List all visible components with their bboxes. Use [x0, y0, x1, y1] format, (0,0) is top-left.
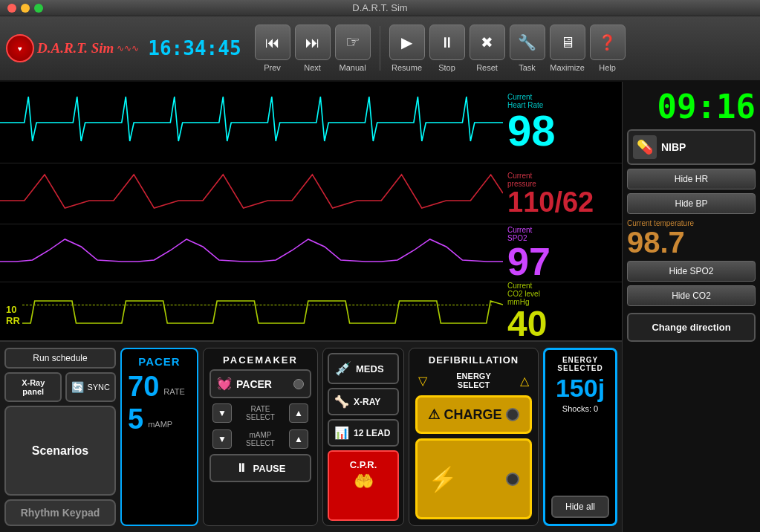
pacer-title: PACER [138, 355, 180, 368]
hr-value: 98 [507, 109, 617, 152]
manual-button[interactable]: ☞ Manual [335, 25, 371, 72]
rate-up-btn[interactable]: ▲ [289, 403, 308, 423]
logo-area: ♥ D.A.R.T. Sim ∿∿∿ [6, 34, 139, 62]
shocks-label: Shocks: 0 [562, 404, 598, 413]
bp-panel: Currentpressure 110/62 [0, 163, 622, 224]
help-button[interactable]: ❓ Help [590, 25, 626, 72]
pacer-panel: PACER 70 RATE 5 mAMP [120, 348, 198, 526]
lead-12-btn[interactable]: 📊 12 LEAD [328, 419, 399, 447]
task-button[interactable]: 🔧 Task [510, 25, 545, 72]
co2-panel: 10 RR CurrentCO2 levelmmHg 40 [0, 282, 622, 340]
rate-down-btn[interactable]: ▼ [212, 403, 232, 423]
mamp-up-btn[interactable]: ▲ [289, 429, 308, 449]
cpr-icon: 🤲 [354, 472, 374, 491]
energy-select-icon: ▽ [418, 374, 427, 388]
charge-btn[interactable]: ⚠ CHARGE [415, 395, 532, 434]
pause-icon: ⏸ [236, 461, 247, 475]
meds-icon: 💉 [335, 360, 351, 377]
pacemaker-title: PACEMAKER [210, 354, 311, 366]
bottom-controls: Run schedule X-Ray panel 🔄 SYNC Scenario… [0, 340, 622, 532]
time-display: 16:34:45 [148, 37, 241, 59]
hide-co2-btn[interactable]: Hide CO2 [627, 285, 756, 306]
ecg-panel: CurrentHeart Rate 98 [0, 82, 622, 163]
window-controls [7, 4, 43, 13]
left-buttons-panel: Run schedule X-Ray panel 🔄 SYNC Scenario… [4, 348, 116, 526]
hide-hr-btn[interactable]: Hide HR [627, 169, 756, 189]
run-schedule-button[interactable]: Run schedule [4, 348, 116, 369]
sync-button[interactable]: 🔄 SYNC [65, 372, 116, 402]
pacer-btn[interactable]: 💓 PACER [210, 369, 311, 398]
rate-select-label: RATESELECT [246, 405, 275, 421]
resume-button[interactable]: ▶ Resume [389, 25, 425, 72]
logo-icon: ♥ [6, 34, 34, 62]
hide-all-btn[interactable]: Hide all [551, 496, 609, 518]
pause-btn[interactable]: ⏸ PAUSE [210, 454, 311, 482]
pacer-rate-label: RATE [163, 387, 185, 396]
maximize-toolbar-button[interactable]: 🖥 Maximize [550, 25, 585, 72]
xray-btn[interactable]: 🦴 X-RAY [328, 388, 399, 415]
close-btn[interactable] [7, 4, 16, 13]
xray-icon: 🦴 [334, 395, 349, 409]
next-button[interactable]: ⏭ Next [295, 25, 331, 72]
energy-select-label: ENERGYSELECT [456, 372, 490, 389]
rate-select-row: ▼ RATESELECT ▲ [210, 402, 311, 424]
pacemaker-panel: PACEMAKER 💓 PACER ▼ RATESELECT ▲ ▼ mAMPS… [203, 348, 318, 526]
pacer-rate-value: 70 [128, 372, 159, 400]
spo2-value: 97 [507, 242, 617, 281]
minimize-btn[interactable] [21, 4, 30, 13]
cpr-btn[interactable]: C.P.R. 🤲 [328, 450, 399, 521]
hide-spo2-btn[interactable]: Hide SPO2 [627, 261, 756, 282]
charge-indicator [506, 408, 519, 421]
rr-value: 10 [6, 304, 20, 316]
logo-text: D.A.R.T. Sim [37, 40, 114, 56]
pacer-icon: 💓 [217, 377, 232, 391]
bp-value: 110/62 [507, 188, 617, 216]
mamp-select-row: ▼ mAMPSELECT ▲ [210, 428, 311, 450]
pacer-mamp-label: mAMP [148, 420, 172, 429]
co2-value: 40 [507, 306, 617, 342]
mamp-select-label: mAMPSELECT [246, 431, 275, 447]
stop-button[interactable]: ⏸ Stop [429, 25, 465, 72]
nibp-icon: 💊 [633, 135, 657, 159]
prev-button[interactable]: ⏮ Prev [255, 25, 290, 72]
lead-icon: 📊 [334, 426, 349, 440]
energy-select-icon2: △ [520, 374, 529, 388]
temp-area: Current temperature 98.7 [627, 219, 756, 257]
window-title: D.A.R.T. Sim [352, 2, 407, 13]
rhythm-keypad-button[interactable]: Rhythm Keypad [4, 499, 116, 526]
energy-selected-label: ENERGYSELECTED [557, 356, 603, 372]
spo2-panel: CurrentSPO2 97 [0, 224, 622, 282]
toolbar: ♥ D.A.R.T. Sim ∿∿∿ 16:34:45 ⏮ Prev ⏭ Nex… [0, 16, 760, 82]
co2-label: CurrentCO2 levelmmHg [507, 282, 617, 306]
xray-panel-button[interactable]: X-Ray panel [4, 372, 62, 402]
energy-selected-value: 150j [556, 374, 605, 403]
energy-selected-panel: ENERGYSELECTED 150j Shocks: 0 Hide all [543, 348, 617, 526]
nibp-btn[interactable]: 💊 NIBP [627, 129, 756, 165]
mamp-down-btn[interactable]: ▼ [212, 429, 232, 449]
change-direction-btn[interactable]: Change direction [627, 313, 756, 342]
hide-bp-btn[interactable]: Hide BP [627, 193, 756, 214]
maximize-btn[interactable] [34, 4, 43, 13]
rr-label: RR [6, 315, 20, 327]
defib-panel: DEFIBRILLATION ▽ ENERGYSELECT △ ⚠ CHARGE… [409, 348, 539, 526]
temp-value: 98.7 [627, 227, 756, 257]
meds-panel: 💉 MEDS 🦴 X-RAY 📊 12 LEAD C.P.R. 🤲 [322, 348, 404, 526]
sync-icon: 🔄 [71, 381, 84, 393]
shock-btn[interactable]: ⚡ [415, 438, 532, 519]
lightning-icon: ⚡ [428, 465, 458, 493]
bp-label: Currentpressure [507, 172, 617, 188]
warning-icon: ⚠ [428, 406, 440, 423]
monitor-area: CurrentHeart Rate 98 Currentpressure 110… [0, 82, 622, 532]
energy-select-row: ▽ ENERGYSELECT △ [415, 370, 532, 391]
pacer-indicator [293, 379, 304, 389]
shock-indicator [506, 473, 519, 486]
defib-title: DEFIBRILLATION [415, 354, 532, 366]
timer-display: 09:16 [627, 88, 756, 126]
reset-button[interactable]: ✖ Reset [470, 25, 505, 72]
scenarios-button[interactable]: Scenarios [4, 406, 116, 496]
pacer-mamp-value: 5 [128, 405, 143, 433]
right-panel: 09:16 💊 NIBP Hide HR Hide BP Current tem… [622, 82, 760, 532]
ecg-decoration: ∿∿∿ [117, 43, 139, 53]
meds-btn[interactable]: 💉 MEDS [328, 353, 399, 384]
